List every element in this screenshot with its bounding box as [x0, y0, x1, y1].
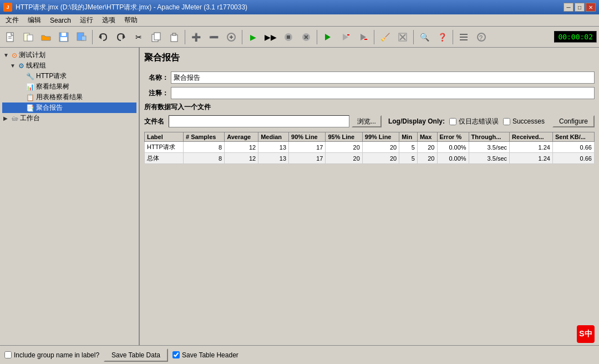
toolbar-sep-2 — [185, 30, 185, 44]
toolbar: ✂ ➕ ➖ ▶ ▶▶ 🧹 🔍 ❓ ? 00:00:02 — [0, 27, 599, 48]
table-cell: 5 — [399, 142, 418, 153]
tree-item-threadgroup[interactable]: ▼ ⚙ 线程组 — [2, 60, 136, 71]
table-cell: 5 — [399, 153, 418, 164]
toggle-button[interactable] — [223, 29, 240, 45]
table-cell: 0.00% — [437, 153, 469, 164]
data-table: Label # Samples Average Median 90% Line … — [144, 132, 595, 164]
remote-shutdown-button[interactable] — [355, 29, 372, 45]
new-button[interactable] — [2, 29, 19, 45]
comment-input[interactable] — [171, 87, 595, 99]
table-cell: 20 — [362, 142, 399, 153]
start-button[interactable]: ▶ — [245, 29, 261, 45]
successes-label: Successes — [512, 117, 545, 125]
menu-search[interactable]: Search — [47, 16, 74, 25]
table-cell: 20 — [362, 153, 399, 164]
templates-button[interactable] — [20, 29, 37, 45]
copy-button[interactable] — [148, 29, 165, 45]
search-button[interactable]: 🔍 — [416, 29, 433, 45]
viewresultstable-icon: 📋 — [26, 94, 34, 101]
remote-start-button[interactable] — [319, 29, 336, 45]
clear-all-button[interactable] — [394, 29, 411, 45]
tree-item-httpreq[interactable]: 🔧 HTTP请求 — [2, 71, 136, 81]
title-bar: J HTTP请求.jmx (D:\我的JMeter\HTTP请求.jmx) - … — [0, 0, 599, 14]
redo-button[interactable] — [113, 29, 129, 45]
col-max: Max — [417, 132, 437, 142]
app-icon: J — [3, 3, 12, 12]
menu-run[interactable]: 运行 — [77, 15, 97, 25]
menu-help[interactable]: 帮助 — [121, 15, 141, 25]
svg-rect-7 — [60, 37, 67, 41]
expand-button[interactable]: ➕ — [187, 29, 204, 45]
viewresultstable-label: 用表格察看结果 — [36, 93, 83, 102]
close-button[interactable]: ✕ — [586, 3, 596, 12]
comment-row: 注释： — [144, 87, 595, 99]
expand-icon-plan[interactable]: ▼ — [3, 52, 10, 58]
expand-icon-workbench[interactable]: ▶ — [3, 115, 10, 121]
tree-item-aggregatereport[interactable]: 📑 聚合报告 — [2, 102, 136, 113]
configure-button[interactable]: Configure — [552, 115, 595, 127]
menu-file[interactable]: 文件 — [2, 15, 22, 25]
table-cell: 3.5/sec — [469, 153, 510, 164]
table-row: HTTP请求812131720205200.00%3.5/sec1.240.66 — [145, 142, 595, 153]
shutdown-button[interactable] — [298, 29, 314, 45]
file-label: 文件名 — [144, 117, 164, 126]
successes-checkbox[interactable] — [503, 118, 510, 125]
menu-bar: 文件 编辑 Search 运行 选项 帮助 — [0, 14, 599, 27]
start-no-pause-button[interactable]: ▶▶ — [262, 29, 279, 45]
tree-item-viewresultstable[interactable]: 📋 用表格察看结果 — [2, 92, 136, 102]
plan-label: 测试计划 — [19, 50, 45, 60]
undo-button[interactable] — [95, 29, 111, 45]
minimize-button[interactable]: ─ — [564, 3, 573, 12]
save-header-checkbox-group: Save Table Header — [172, 351, 238, 359]
table-cell: 20 — [326, 142, 362, 153]
collapse-button[interactable]: ➖ — [205, 29, 222, 45]
save-header-label: Save Table Header — [182, 351, 238, 359]
svg-text:?: ? — [479, 34, 483, 41]
stop-button[interactable] — [280, 29, 297, 45]
menu-edit[interactable]: 编辑 — [24, 15, 44, 25]
tree-item-viewresultstree[interactable]: 📊 察看结果树 — [2, 81, 136, 92]
cut-button[interactable]: ✂ — [130, 29, 147, 45]
file-section-title: 所有数据写入一个文件 — [144, 102, 595, 112]
remote-stop-button[interactable] — [337, 29, 354, 45]
toolbar-sep-5 — [374, 30, 374, 44]
file-row: 文件名 浏览... Log/Display Only: 仅日志错误误 Succe… — [144, 115, 595, 127]
tree-item-plan[interactable]: ▼ ⊙ 测试计划 — [2, 50, 136, 60]
file-input[interactable] — [169, 115, 349, 127]
name-input[interactable] — [171, 71, 595, 84]
list-button[interactable] — [455, 29, 472, 45]
col-90line: 90% Line — [289, 132, 326, 142]
svg-rect-18 — [287, 35, 290, 39]
table-cell: 12 — [225, 142, 258, 153]
paste-button[interactable] — [166, 29, 182, 45]
save-header-checkbox[interactable] — [172, 351, 180, 358]
error-log-checkbox[interactable] — [449, 118, 456, 125]
right-panel: 聚合报告 名称： 注释： 所有数据写入一个文件 文件名 浏览... Log/Di… — [140, 48, 599, 364]
save-table-data-button[interactable]: Save Table Data — [104, 348, 168, 362]
svg-rect-13 — [154, 33, 160, 40]
left-panel: ▼ ⊙ 测试计划 ▼ ⚙ 线程组 🔧 HTTP请求 📊 察看结果树 📋 用表格察… — [0, 48, 140, 364]
svg-rect-9 — [82, 36, 86, 40]
table-cell: 17 — [289, 153, 326, 164]
sogou-icon: S中 — [577, 325, 595, 343]
save-as-button[interactable] — [73, 29, 90, 45]
col-min: Min — [399, 132, 418, 142]
col-error: Error % — [437, 132, 469, 142]
bottom-bar: Include group name in label? Save Table … — [0, 345, 599, 364]
expand-icon-threadgroup[interactable]: ▼ — [10, 63, 17, 69]
open-button[interactable] — [38, 29, 54, 45]
help-button[interactable]: ❓ — [434, 29, 450, 45]
save-button[interactable] — [55, 29, 72, 45]
table-cell: 13 — [258, 153, 289, 164]
clear-button[interactable]: 🧹 — [377, 29, 393, 45]
browse-button[interactable]: 浏览... — [352, 115, 382, 127]
aggregatereport-icon: 📑 — [26, 104, 34, 112]
panel-title: 聚合报告 — [144, 52, 595, 66]
workbench-label: 工作台 — [20, 114, 40, 123]
tree-item-workbench[interactable]: ▶ 🗂 工作台 — [2, 113, 136, 124]
maximize-button[interactable]: □ — [575, 3, 585, 12]
function-helper-button[interactable]: ? — [473, 29, 490, 45]
svg-rect-6 — [62, 33, 66, 36]
menu-options[interactable]: 选项 — [99, 15, 119, 25]
include-group-checkbox[interactable] — [4, 351, 12, 358]
